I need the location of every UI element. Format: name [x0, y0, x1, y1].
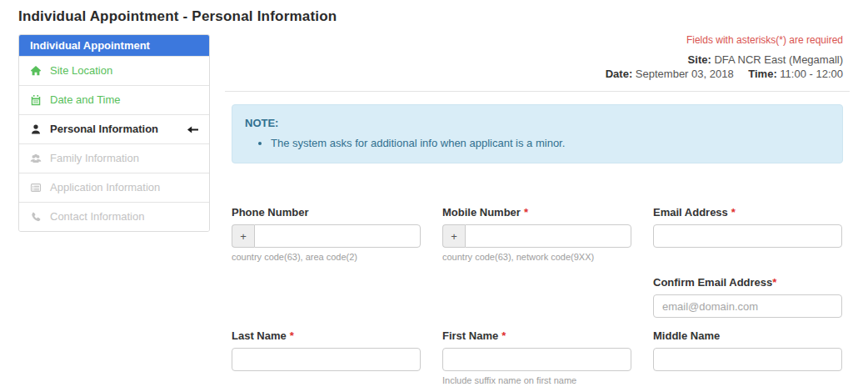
required-fields-note: Fields with asterisks(*) are required — [232, 34, 843, 47]
home-icon — [29, 65, 42, 78]
phone-number-field-group: Phone Number + country code(63), area co… — [232, 207, 421, 263]
sidebar-header: Individual Appointment — [19, 35, 209, 56]
confirm-email-label: Confirm Email Address* — [653, 277, 842, 289]
phone-icon — [29, 211, 42, 224]
sidebar-item-date-and-time[interactable]: Date and Time — [19, 85, 209, 114]
email-address-field-group: Email Address* — [653, 207, 842, 263]
phone-number-label: Phone Number — [232, 207, 421, 219]
date-label: Date: — [606, 68, 633, 80]
appointment-summary: Fields with asterisks(*) are required Si… — [225, 34, 850, 92]
note-list: The system asks for additional info when… — [245, 136, 830, 150]
sidebar-item-label: Date and Time — [50, 93, 121, 107]
first-name-field-group: First Name* Include suffix name on first… — [442, 330, 631, 386]
mobile-number-field-group: Mobile Number* + country code(63), netwo… — [442, 207, 631, 263]
sidebar-item-label: Application Information — [50, 181, 160, 194]
steps-sidebar: Individual Appointment Site Location Dat… — [18, 34, 210, 232]
minor-note-alert: NOTE: The system asks for additional inf… — [232, 104, 843, 163]
site-line: Site: DFA NCR East (Megamall) — [232, 53, 843, 67]
required-asterisk: * — [501, 329, 506, 342]
email-address-input[interactable] — [653, 224, 842, 248]
site-value: DFA NCR East (Megamall) — [714, 53, 843, 66]
required-asterisk: * — [290, 329, 294, 342]
mobile-number-input[interactable] — [465, 224, 631, 248]
sidebar-item-site-location[interactable]: Site Location — [19, 56, 209, 85]
sidebar-item-label: Personal Information — [50, 123, 158, 136]
required-asterisk: * — [772, 276, 776, 289]
middle-name-input[interactable] — [653, 348, 842, 371]
sidebar-item-label: Contact Information — [50, 210, 144, 224]
email-address-label: Email Address* — [653, 207, 842, 219]
page-title: Individual Appointment - Personal Inform… — [18, 8, 850, 25]
phone-number-help: country code(63), area code(2) — [232, 252, 421, 263]
user-icon — [29, 123, 42, 136]
last-name-input[interactable] — [232, 348, 421, 371]
main-content: Fields with asterisks(*) are required Si… — [225, 34, 850, 386]
last-name-label: Last Name* — [232, 330, 421, 342]
sidebar-item-contact-information: Contact Information — [19, 202, 209, 231]
site-label: Site: — [688, 53, 711, 66]
mobile-number-help: country code(63), network code(9XX) — [442, 252, 631, 263]
time-label: Time: — [748, 68, 776, 80]
first-name-label: First Name* — [442, 330, 631, 342]
phone-number-input[interactable] — [254, 224, 421, 248]
note-item: The system asks for additional info when… — [271, 136, 830, 150]
sidebar-item-label: Site Location — [50, 64, 112, 78]
confirm-email-field-group: Confirm Email Address* — [653, 277, 842, 318]
time-value: 11:00 - 12:00 — [780, 68, 843, 80]
note-title: NOTE: — [245, 117, 830, 129]
sidebar-item-personal-information: Personal Information — [19, 114, 209, 143]
confirm-email-input[interactable] — [653, 294, 842, 318]
list-alt-icon — [29, 182, 42, 194]
users-icon — [29, 153, 42, 165]
sidebar-item-label: Family Information — [50, 152, 139, 165]
sidebar-item-family-information: Family Information — [19, 143, 209, 173]
plus-prefix-addon: + — [232, 224, 254, 248]
time-part: Time: 11:00 - 12:00 — [748, 68, 843, 80]
plus-prefix-addon: + — [442, 224, 465, 248]
required-asterisk: * — [731, 206, 736, 219]
appointment-page: Individual Appointment - Personal Inform… — [0, 0, 868, 386]
datetime-line: Date: September 03, 2018 Time: 11:00 - 1… — [232, 67, 843, 81]
calendar-icon — [29, 94, 42, 107]
required-asterisk: * — [524, 206, 528, 219]
mobile-number-label: Mobile Number* — [442, 207, 631, 219]
first-name-input[interactable] — [442, 348, 631, 371]
sidebar-item-application-information: Application Information — [19, 173, 209, 202]
arrow-left-icon — [187, 124, 199, 135]
middle-name-field-group: Middle Name — [653, 330, 842, 386]
last-name-field-group: Last Name* — [232, 330, 421, 386]
middle-name-label: Middle Name — [653, 330, 842, 342]
first-name-help: Include suffix name on first name — [442, 375, 631, 386]
date-value: September 03, 2018 — [636, 68, 734, 80]
